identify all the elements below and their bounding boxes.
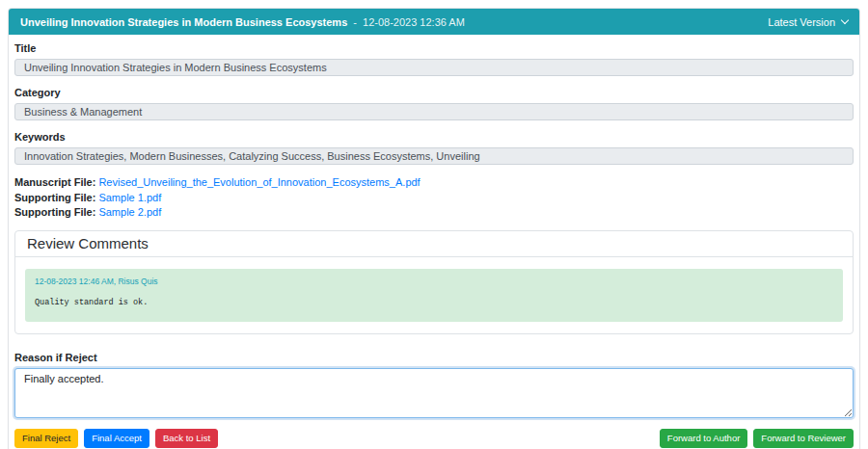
manuscript-card-body: Title Unveiling Innovation Strategies in… xyxy=(9,35,859,449)
supporting-file-row: Supporting File: Sample 2.pdf xyxy=(14,205,854,221)
manuscript-file-label: Manuscript File: xyxy=(14,176,95,188)
review-comments-body: 12-08-2023 12:46 AM, Risus Quis Quality … xyxy=(15,257,853,333)
manuscript-review-page: Unveiling Innovation Strategies in Moder… xyxy=(0,0,868,449)
category-field[interactable]: Business & Management xyxy=(14,103,854,120)
latest-version-label: Latest Version xyxy=(768,16,835,28)
final-accept-button[interactable]: Final Accept xyxy=(84,429,149,448)
supporting-file-2-link[interactable]: Sample 2.pdf xyxy=(98,206,161,218)
forward-buttons: Forward to Author Forward to Reviewer xyxy=(660,429,854,448)
manuscript-header-text: Unveiling Innovation Strategies in Moder… xyxy=(20,16,465,28)
reason-if-reject-label: Reason if Reject xyxy=(14,352,854,363)
manuscript-title: Unveiling Innovation Strategies in Moder… xyxy=(20,16,347,28)
back-to-list-button[interactable]: Back to List xyxy=(155,429,218,448)
manuscript-card-header: Unveiling Innovation Strategies in Moder… xyxy=(9,9,859,35)
title-field[interactable]: Unveiling Innovation Strategies in Moder… xyxy=(14,59,854,76)
category-label: Category xyxy=(14,87,854,98)
title-label: Title xyxy=(14,42,854,54)
review-comments-heading: Review Comments xyxy=(15,231,853,257)
manuscript-card: Unveiling Innovation Strategies in Moder… xyxy=(8,8,860,449)
title-separator: - xyxy=(353,16,357,28)
keywords-field[interactable]: Innovation Strategies, Modern Businesses… xyxy=(14,147,854,165)
decision-buttons: Final Reject Final Accept Back to List xyxy=(14,429,218,448)
forward-to-author-button[interactable]: Forward to Author xyxy=(660,429,748,448)
review-comments-card: Review Comments 12-08-2023 12:46 AM, Ris… xyxy=(14,230,854,334)
reason-if-reject-textarea[interactable]: Finally accepted. xyxy=(14,368,854,418)
latest-version-dropdown[interactable]: Latest Version xyxy=(768,16,848,28)
chevron-down-icon xyxy=(841,16,849,24)
keywords-label: Keywords xyxy=(14,131,854,143)
action-button-row: Final Reject Final Accept Back to List F… xyxy=(14,429,854,448)
review-comment-text: Quality standard is ok. xyxy=(35,298,833,307)
review-comment-meta: 12-08-2023 12:46 AM, Risus Quis xyxy=(35,277,833,286)
supporting-file-1-link[interactable]: Sample 1.pdf xyxy=(98,192,161,203)
manuscript-file-row: Manuscript File: Revised_Unveiling_the_E… xyxy=(14,175,854,191)
final-reject-button[interactable]: Final Reject xyxy=(14,429,78,448)
supporting-file-label: Supporting File: xyxy=(14,192,95,203)
review-comment: 12-08-2023 12:46 AM, Risus Quis Quality … xyxy=(25,269,843,322)
forward-to-reviewer-button[interactable]: Forward to Reviewer xyxy=(753,429,854,448)
file-list: Manuscript File: Revised_Unveiling_the_E… xyxy=(14,175,854,221)
manuscript-timestamp: 12-08-2023 12:36 AM xyxy=(363,16,465,28)
supporting-file-row: Supporting File: Sample 1.pdf xyxy=(14,191,854,206)
manuscript-file-link[interactable]: Revised_Unveiling_the_Evolution_of_Innov… xyxy=(98,176,420,188)
supporting-file-label: Supporting File: xyxy=(14,206,95,218)
